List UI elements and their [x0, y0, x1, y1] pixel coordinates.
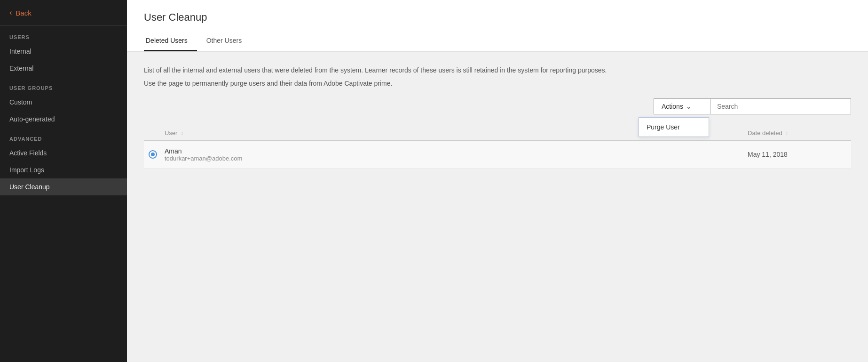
- users-section-label: USERS: [0, 26, 127, 43]
- user-sort-icon[interactable]: ↕: [181, 132, 183, 135]
- chevron-left-icon: ‹: [9, 8, 12, 17]
- toolbar: Actions ⌄ Purge User: [144, 98, 851, 114]
- description-line1: List of all the internal and external us…: [144, 65, 851, 75]
- tab-deleted-users[interactable]: Deleted Users: [144, 32, 197, 51]
- col-date-header: Date deleted ↕: [748, 129, 851, 137]
- sidebar-item-external[interactable]: External: [0, 60, 127, 77]
- tabs-container: Deleted Users Other Users: [144, 32, 851, 51]
- page-title: User Cleanup: [144, 11, 851, 24]
- user-email: todurkar+aman@adobe.com: [165, 155, 748, 162]
- chevron-down-icon: ⌄: [686, 103, 692, 110]
- table-header: User ↕ Date deleted ↕: [144, 126, 851, 141]
- sidebar-section-advanced: ADVANCED Active Fields Import Logs User …: [0, 128, 127, 195]
- sidebar-item-active-fields[interactable]: Active Fields: [0, 145, 127, 161]
- date-deleted: May 11, 2018: [748, 151, 851, 158]
- search-input[interactable]: [710, 98, 851, 114]
- sidebar-item-user-cleanup[interactable]: User Cleanup: [0, 178, 127, 195]
- sidebar-item-custom[interactable]: Custom: [0, 94, 127, 111]
- page-header: User Cleanup Deleted Users Other Users: [127, 0, 868, 52]
- actions-label: Actions: [662, 103, 683, 110]
- back-button[interactable]: ‹ Back: [0, 0, 127, 26]
- purge-user-item[interactable]: Purge User: [639, 118, 709, 137]
- table-row: Aman todurkar+aman@adobe.com May 11, 201…: [144, 141, 851, 169]
- back-label: Back: [16, 9, 31, 17]
- user-groups-section-label: USER GROUPS: [0, 77, 127, 94]
- sidebar-section-users: USERS Internal External: [0, 26, 127, 77]
- date-sort-icon[interactable]: ↕: [786, 132, 788, 135]
- radio-button[interactable]: [149, 150, 157, 159]
- content-area: List of all the internal and external us…: [127, 52, 868, 362]
- user-name: Aman: [165, 147, 748, 155]
- description-line2: Use the page to permanently purge users …: [144, 78, 851, 88]
- actions-button[interactable]: Actions ⌄: [654, 98, 710, 114]
- sidebar: ‹ Back USERS Internal External USER GROU…: [0, 0, 127, 362]
- tab-other-users[interactable]: Other Users: [205, 32, 251, 51]
- sidebar-item-import-logs[interactable]: Import Logs: [0, 161, 127, 178]
- actions-dropdown: Purge User: [639, 117, 709, 137]
- main-content: User Cleanup Deleted Users Other Users L…: [127, 0, 868, 362]
- advanced-section-label: ADVANCED: [0, 128, 127, 145]
- row-radio[interactable]: [149, 150, 165, 159]
- sidebar-section-user-groups: USER GROUPS Custom Auto-generated: [0, 77, 127, 128]
- user-info: Aman todurkar+aman@adobe.com: [165, 147, 748, 162]
- sidebar-item-auto-generated[interactable]: Auto-generated: [0, 111, 127, 128]
- sidebar-item-internal[interactable]: Internal: [0, 43, 127, 60]
- table-area: User ↕ Date deleted ↕ Aman todurkar+aman…: [144, 126, 851, 169]
- radio-inner: [151, 153, 155, 156]
